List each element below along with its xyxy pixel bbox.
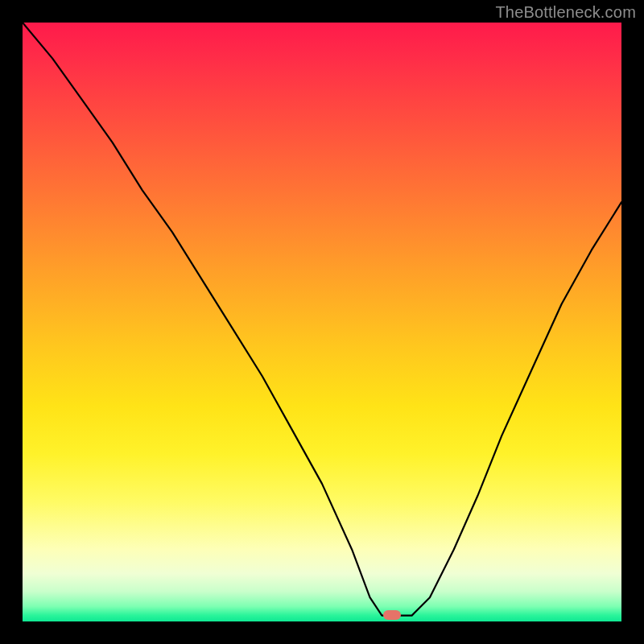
attribution-label: TheBottleneck.com (495, 3, 636, 22)
minimum-marker (383, 610, 401, 620)
bottleneck-curve (23, 23, 621, 621)
chart-frame: TheBottleneck.com (0, 0, 644, 644)
plot-area (23, 23, 621, 621)
